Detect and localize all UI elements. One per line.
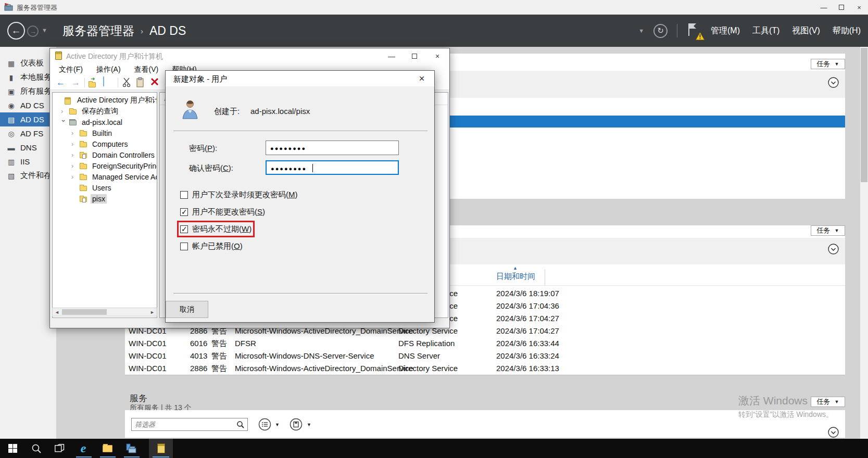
save-view-icon[interactable] (290, 418, 303, 431)
servers-collapse-chevron-icon[interactable] (828, 77, 839, 88)
scroll-right-icon[interactable]: ► (150, 310, 155, 315)
header-menu-item[interactable]: 视图(V) (792, 26, 820, 36)
sidebar-item[interactable]: ▮ 本地服务器 (0, 70, 56, 84)
sidebar-item[interactable]: ▧ 文件和存储服务 (0, 169, 56, 183)
expand-chevron-icon[interactable]: › (71, 142, 77, 147)
close-button[interactable]: × (850, 0, 868, 15)
expand-chevron-icon[interactable]: › (71, 131, 77, 136)
maximize-button[interactable] (833, 0, 850, 15)
aduc-maximize-button[interactable] (407, 48, 422, 64)
search-input[interactable] (135, 419, 231, 429)
checkbox-row[interactable]: 帐户已禁用(O) (180, 241, 243, 251)
expand-chevron-icon[interactable]: › (71, 174, 77, 180)
expand-chevron-icon[interactable]: › (71, 163, 77, 169)
header-menu-item[interactable]: 帮助(H) (833, 26, 861, 36)
scroll-left-icon[interactable]: ◄ (55, 310, 59, 315)
toolbar-back-icon[interactable]: ← (56, 77, 65, 88)
sidebar-item[interactable]: ▤ AD DS (0, 112, 56, 126)
sidebar-item[interactable]: ◉ AD CS (0, 98, 56, 112)
sidebar-item[interactable]: ▥ IIS (0, 155, 56, 169)
event-row[interactable]: WIN-DC01 6016 警告 DFSR DFS Replication 20… (125, 337, 845, 350)
aduc-titlebar[interactable]: Active Directory 用户和计算机 — × (50, 48, 449, 64)
save-view-caret-icon[interactable]: ▼ (307, 422, 311, 427)
cut-icon[interactable] (122, 77, 131, 87)
password-input[interactable]: ●●●●●●●● (266, 141, 399, 155)
aduc-minimize-button[interactable]: — (384, 48, 399, 64)
events-collapse-chevron-icon[interactable] (828, 244, 839, 255)
tree-item[interactable]: › Users (53, 182, 157, 193)
expand-chevron-icon[interactable]: › (61, 120, 66, 125)
aduc-menu-item[interactable]: 操作(A) (96, 65, 121, 74)
column-divider[interactable] (545, 270, 545, 285)
toolbar-open-icon[interactable]: ➜ (89, 80, 96, 89)
dialog-button[interactable]: 取消 (166, 301, 208, 318)
toolbar-forward-icon[interactable]: → (71, 77, 80, 88)
nav-history-caret-icon[interactable]: ▼ (42, 27, 47, 33)
tree-item[interactable]: › Active Directory 用户和计算机 (53, 95, 157, 106)
checkbox[interactable] (180, 225, 188, 233)
list-view-icon[interactable] (258, 418, 271, 431)
task-view-icon[interactable] (49, 439, 70, 458)
paste-icon[interactable] (136, 77, 144, 87)
breadcrumb-root[interactable]: 服务器管理器 (62, 23, 134, 39)
internet-explorer-icon[interactable]: e (73, 439, 94, 458)
server-manager-taskbar-icon[interactable] (121, 439, 142, 458)
tree-item[interactable]: › Managed Service Accounts (53, 171, 157, 182)
checkbox-row[interactable]: 用户不能更改密码(S) (180, 207, 265, 217)
expand-chevron-icon[interactable]: › (61, 109, 66, 114)
checkbox-row[interactable]: 用户下次登录时须更改密码(M) (180, 189, 298, 200)
checkbox[interactable] (180, 243, 188, 250)
checkbox[interactable] (180, 208, 188, 216)
servers-tasks-button[interactable]: 任务▼ (811, 59, 845, 69)
tree-item[interactable]: › Domain Controllers (53, 149, 157, 160)
aduc-menu-item[interactable]: 文件(F) (59, 65, 83, 74)
event-row[interactable]: WIN-DC01 4013 警告 Microsoft-Windows-DNS-S… (125, 350, 845, 362)
start-button[interactable] (2, 439, 23, 458)
sidebar-item[interactable]: ▦ 仪表板 (0, 56, 56, 70)
list-view-caret-icon[interactable]: ▼ (275, 422, 280, 427)
header-caret-icon[interactable]: ▼ (638, 28, 644, 34)
file-explorer-icon[interactable] (97, 439, 118, 458)
delete-icon[interactable] (150, 77, 159, 86)
aduc-taskbar-icon[interactable] (150, 439, 171, 458)
events-tasks-button[interactable]: 任务▼ (811, 225, 845, 236)
event-row[interactable]: WIN-DC01 2886 警告 Microsoft-Windows-Activ… (125, 362, 845, 375)
tree-item[interactable]: › 保存的查询 (53, 106, 157, 117)
iis-icon: ▥ (7, 158, 16, 166)
checkbox-row[interactable]: 密码永不过期(W) (180, 224, 251, 234)
notifications-flag-icon[interactable] (687, 22, 701, 39)
forward-icon[interactable]: → (27, 26, 39, 37)
sidebar-item[interactable]: ◎ AD FS (0, 126, 56, 141)
created-in-value: ad-pisx.local/pisx (250, 107, 310, 116)
checkbox[interactable] (180, 191, 188, 199)
tree-item[interactable]: › pisx (53, 193, 157, 204)
back-icon[interactable]: ← (7, 22, 25, 40)
sidebar-item[interactable]: ▬ DNS (0, 141, 56, 155)
aduc-menu-item[interactable]: 查看(V) (134, 65, 159, 74)
tree-item[interactable]: › ForeignSecurityPrincipals (53, 160, 157, 171)
minimize-button[interactable]: — (815, 0, 833, 15)
search-icon[interactable] (26, 439, 47, 458)
dialog-titlebar[interactable]: 新建对象 - 用户 × (166, 71, 434, 86)
event-id: 2886 (190, 362, 211, 375)
services-tasks-button[interactable]: 任务▼ (811, 397, 845, 407)
tree-item[interactable]: › ad-pisx.local (53, 117, 157, 128)
header-menu-item[interactable]: 管理(M) (711, 26, 740, 36)
page-scrollbar[interactable] (860, 47, 868, 439)
toolbar-view-icon[interactable] (103, 77, 104, 86)
services-collapse-chevron-icon[interactable] (828, 427, 839, 438)
expand-chevron-icon[interactable]: › (71, 152, 77, 158)
sidebar-item[interactable]: ▣ 所有服务器 (0, 84, 56, 98)
tree-horizontal-scrollbar[interactable]: ◄ ► (52, 308, 157, 316)
tree-item[interactable]: › Computers (53, 138, 157, 149)
header-menu-item[interactable]: 工具(T) (752, 26, 779, 36)
events-date-column-header[interactable]: 日期和时间 (496, 272, 535, 282)
tree-item[interactable]: › Builtin (53, 128, 157, 138)
scrollbar-thumb[interactable] (62, 309, 107, 315)
aduc-close-button[interactable]: × (430, 48, 445, 64)
password-input[interactable]: ●●●●●●●● (266, 160, 399, 175)
refresh-icon[interactable]: ↻ (653, 24, 668, 38)
scrollbar-thumb[interactable] (861, 48, 867, 182)
dialog-close-icon[interactable]: × (413, 71, 430, 86)
services-filter-input[interactable] (131, 418, 248, 431)
